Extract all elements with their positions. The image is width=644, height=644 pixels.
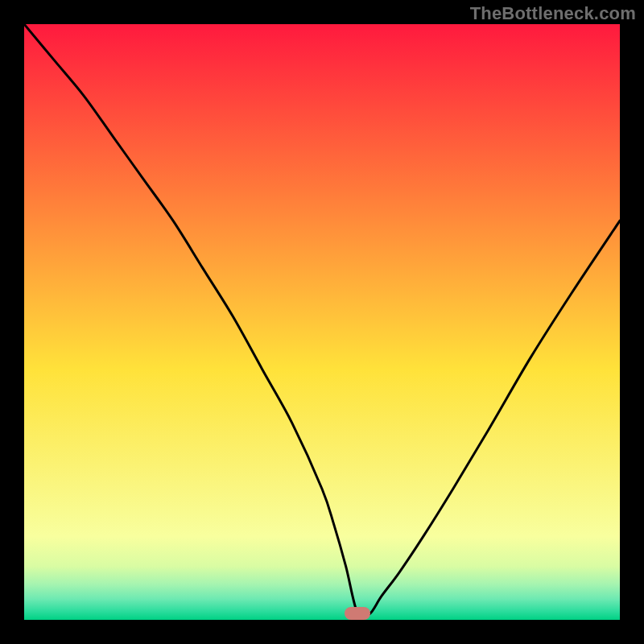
bottleneck-marker [345, 607, 370, 620]
watermark-text: TheBottleneck.com [470, 3, 636, 24]
chart-stage: TheBottleneck.com [0, 0, 644, 644]
curve-layer [24, 24, 620, 620]
plot-area [24, 24, 620, 620]
bottleneck-curve [24, 24, 620, 618]
